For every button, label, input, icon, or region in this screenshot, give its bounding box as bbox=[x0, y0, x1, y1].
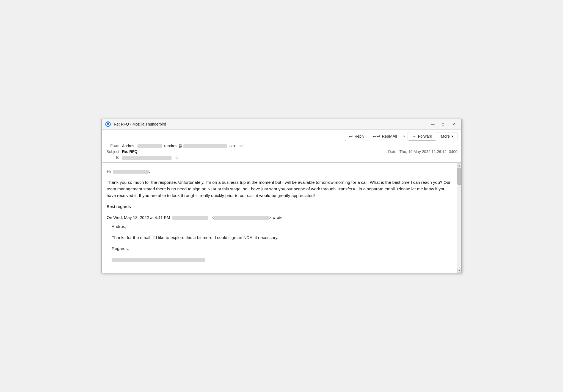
app-icon bbox=[105, 121, 111, 127]
from-email-redacted-2 bbox=[183, 144, 227, 148]
forward-icon: → bbox=[412, 134, 416, 139]
to-star-icon[interactable]: ☆ bbox=[175, 155, 179, 160]
maximize-button[interactable]: □ bbox=[439, 121, 448, 127]
more-button[interactable]: More ▾ bbox=[437, 132, 457, 140]
date-label: Date bbox=[388, 149, 396, 154]
subject-label: Subject bbox=[106, 149, 122, 154]
header-fields: From Andres <andres @ .co> ☆ Subject Re:… bbox=[106, 143, 457, 160]
window-controls: — □ ✕ bbox=[428, 121, 458, 127]
title-bar: Re: RFQ - Mozilla Thunderbird — □ ✕ bbox=[102, 119, 461, 130]
scroll-down-button[interactable]: ▼ bbox=[457, 268, 461, 273]
reply-all-button[interactable]: ↩↩ Reply All bbox=[369, 132, 401, 141]
to-row: To ☆ bbox=[106, 155, 457, 160]
date-value: Thu, 19 May 2022 11:26:12 -0400 bbox=[399, 149, 457, 154]
from-email-redacted-1 bbox=[137, 144, 162, 148]
reply-all-label: Reply All bbox=[382, 134, 397, 138]
from-star-icon[interactable]: ☆ bbox=[239, 143, 243, 148]
quoted-greeting: Andres, bbox=[112, 223, 451, 230]
to-label: To bbox=[106, 155, 122, 160]
reply-all-icon: ↩↩ bbox=[373, 134, 380, 139]
greeting-paragraph: Hi , bbox=[107, 168, 451, 175]
window-title: Re: RFQ - Mozilla Thunderbird bbox=[114, 122, 428, 126]
from-row: From Andres <andres @ .co> ☆ bbox=[106, 143, 457, 148]
quoted-closing: Regards, bbox=[112, 245, 451, 252]
to-value: ☆ bbox=[122, 155, 457, 160]
quoted-wrote: > wrote: bbox=[269, 215, 284, 220]
more-label: More bbox=[441, 134, 450, 138]
forward-button[interactable]: → Forward bbox=[408, 132, 436, 141]
email-body: Hi , Thank you so much for the response.… bbox=[102, 163, 457, 273]
close-button[interactable]: ✕ bbox=[449, 121, 458, 127]
from-value: Andres <andres @ .co> ☆ bbox=[122, 143, 457, 148]
from-label: From bbox=[106, 143, 122, 148]
minimize-button[interactable]: — bbox=[428, 121, 437, 127]
toolbar-actions: ↩ Reply ↩↩ Reply All ▾ → Forward More ▾ bbox=[106, 132, 457, 141]
quoted-block: Andres, Thanks for the email! I'd like t… bbox=[107, 223, 451, 263]
date-area: Date Thu, 19 May 2022 11:26:12 -0400 bbox=[388, 149, 457, 154]
email-body-wrapper: Hi , Thank you so much for the response.… bbox=[102, 163, 461, 273]
quoted-sender-redacted-2 bbox=[214, 216, 269, 220]
greeting-comma: , bbox=[149, 169, 150, 174]
scroll-up-button[interactable]: ▲ bbox=[457, 163, 461, 168]
signature-redacted bbox=[112, 258, 205, 262]
scrollbar[interactable]: ▲ ▼ bbox=[457, 163, 461, 273]
to-email-redacted bbox=[122, 156, 172, 160]
reply-label: Reply bbox=[354, 134, 364, 138]
scroll-track[interactable] bbox=[457, 168, 461, 268]
reply-icon: ↩ bbox=[349, 134, 353, 139]
email-header: ↩ Reply ↩↩ Reply All ▾ → Forward More ▾ bbox=[102, 130, 461, 163]
quoted-intro-line: On Wed, May 18, 2022 at 4:41 PM <> wrote… bbox=[107, 214, 451, 221]
quoted-sender-redacted-1 bbox=[172, 216, 208, 220]
from-email-partial: <andres bbox=[163, 144, 177, 148]
closing: Best regards bbox=[107, 203, 451, 210]
quoted-date-intro: On Wed, May 18, 2022 at 4:41 PM bbox=[107, 215, 170, 220]
body-paragraph-1: Thank you so much for the response. Unfo… bbox=[107, 179, 451, 199]
greeting-hi: Hi bbox=[107, 169, 111, 174]
main-window: Re: RFQ - Mozilla Thunderbird — □ ✕ ↩ Re… bbox=[101, 119, 462, 273]
recipient-name-redacted bbox=[113, 170, 149, 174]
quoted-paragraph: Thanks for the email! I'd like to explor… bbox=[112, 234, 451, 241]
reply-all-split: ↩↩ Reply All ▾ bbox=[369, 132, 407, 141]
reply-all-dropdown-button[interactable]: ▾ bbox=[401, 132, 407, 141]
from-email-at: @ bbox=[178, 144, 182, 148]
forward-label: Forward bbox=[418, 134, 432, 138]
from-email-domain: .co> bbox=[228, 144, 236, 148]
quoted-angle-bracket: < bbox=[210, 215, 214, 220]
reply-button[interactable]: ↩ Reply bbox=[345, 132, 368, 141]
subject-value: Re: RFQ bbox=[122, 149, 388, 154]
more-dropdown-icon: ▾ bbox=[451, 134, 453, 138]
subject-row: Subject Re: RFQ Date Thu, 19 May 2022 11… bbox=[106, 149, 457, 154]
scroll-thumb[interactable] bbox=[457, 168, 461, 185]
from-name: Andres bbox=[122, 144, 134, 148]
quoted-signature-redacted bbox=[112, 256, 451, 263]
